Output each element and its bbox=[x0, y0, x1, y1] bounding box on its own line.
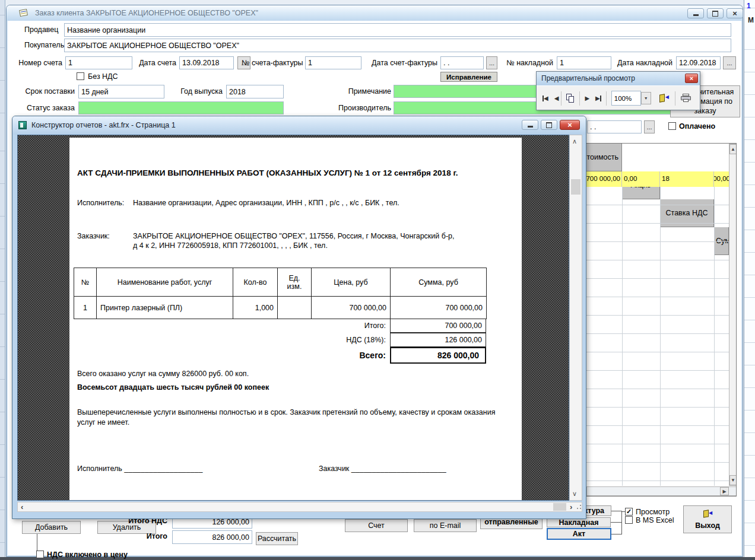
pages-button[interactable] bbox=[566, 94, 575, 103]
facture-date-label: Дата счет-фактуры bbox=[372, 59, 432, 67]
report-hscroll-thumb[interactable] bbox=[553, 503, 566, 511]
preview-titlebar[interactable]: Предварительный просмотр × bbox=[537, 72, 700, 85]
delivery-input[interactable]: 15 дней bbox=[78, 85, 164, 98]
restore-icon bbox=[546, 122, 552, 128]
calculate-button[interactable]: Рассчитать bbox=[256, 532, 298, 545]
no-vat-checkbox[interactable] bbox=[77, 72, 84, 80]
next-page-button[interactable]: ▶ bbox=[585, 95, 589, 101]
paid-date-input[interactable]: . . bbox=[587, 120, 642, 133]
grid-col-cost[interactable]: Стоимость bbox=[586, 144, 622, 171]
act-print-button[interactable]: Акт bbox=[547, 528, 611, 540]
resize-grip-icon bbox=[577, 505, 581, 509]
grid-scroll-down-button[interactable]: ▼ bbox=[729, 475, 737, 485]
vat-included-checkbox[interactable] bbox=[36, 551, 44, 558]
close-icon: × bbox=[567, 120, 572, 129]
report-window: Конструктор отчетов - akt.frx - Страница… bbox=[12, 116, 586, 519]
main-titlebar[interactable]: Заказ клиента ЗАКРЫТОЕ АКЦИОНЕРНОЕ ОБЩЕС… bbox=[7, 5, 743, 21]
invoice-date-label: Дата счета bbox=[132, 59, 176, 67]
doc-th-qty: Кол-во bbox=[233, 268, 278, 297]
paid-checkbox[interactable] bbox=[668, 122, 676, 130]
status-label: Статус заказа bbox=[18, 104, 75, 112]
grid-scroll-right-button[interactable]: ▶ bbox=[720, 487, 729, 495]
add-row-button[interactable]: Добавить bbox=[22, 521, 81, 534]
waybill-date-picker-button[interactable]: ... bbox=[723, 56, 736, 69]
invoice-no-input[interactable]: 1 bbox=[65, 56, 132, 69]
excel-checkbox-label: В MS Excel bbox=[636, 516, 674, 524]
paid-date-picker-button[interactable]: ... bbox=[644, 120, 655, 133]
facture-date-input[interactable]: . . bbox=[440, 56, 484, 69]
exit-button[interactable]: ◀ Выход bbox=[683, 505, 732, 533]
paid-label: Оплачено bbox=[679, 122, 715, 131]
no-vat-label: Без НДС bbox=[88, 72, 118, 81]
prev-page-button[interactable]: ◀ bbox=[554, 95, 559, 101]
first-page-button[interactable]: ◀ bbox=[543, 95, 548, 101]
total-field: 826 000,00 bbox=[172, 530, 252, 544]
facture-no-input[interactable]: 1 bbox=[305, 56, 361, 69]
arrow-down-icon: ▼ bbox=[731, 478, 735, 483]
waybill-no-label: № накладной bbox=[506, 59, 553, 67]
preview-checkbox[interactable]: ✓ bbox=[625, 508, 633, 516]
maximize-button[interactable] bbox=[707, 8, 724, 18]
doc-sign-executor: Исполнитель ___________________ bbox=[77, 464, 202, 473]
zoom-select[interactable]: 100% bbox=[611, 91, 641, 106]
report-scroll-left-button[interactable]: ‹ bbox=[21, 502, 23, 511]
zoom-dropdown-button[interactable]: ▼ bbox=[641, 92, 651, 104]
excel-checkbox[interactable] bbox=[625, 516, 633, 524]
doc-total-label: Итого: bbox=[267, 322, 386, 330]
facture-date-picker-button[interactable]: ... bbox=[486, 56, 497, 69]
close-preview-button[interactable]: ◀ bbox=[658, 94, 670, 103]
minimize-button[interactable] bbox=[687, 8, 704, 18]
report-window-title: Конструктор отчетов - akt.frx - Страница… bbox=[31, 121, 176, 129]
doc-th-price: Цена, руб bbox=[312, 268, 391, 297]
minimize-icon bbox=[528, 126, 533, 128]
report-close-button[interactable]: × bbox=[560, 120, 580, 130]
doc-sign-customer: Заказчик _______________________ bbox=[319, 464, 446, 473]
grid-vscrollbar[interactable]: ▲ ▼ bbox=[729, 144, 737, 486]
report-minimize-button[interactable] bbox=[522, 120, 538, 130]
report-hscrollbar[interactable]: ‹ › bbox=[17, 502, 582, 512]
correction-button[interactable]: Исправление bbox=[440, 72, 497, 82]
invoice-print-button[interactable]: Счет bbox=[345, 519, 408, 532]
doc-table: № Наименование работ, услуг Кол-во Ед. и… bbox=[74, 268, 487, 319]
doc-customer-line1: ЗАКРЫТОЕ АКЦИОНЕРНОЕ ОБЩЕСТВО "ОРЕХ", 11… bbox=[133, 232, 455, 240]
doc-customer-line2: д 4 к 2, ИНН 7726005918, КПП 772601001, … bbox=[133, 241, 328, 250]
doc-vat-label: НДС (18%): bbox=[267, 336, 386, 344]
close-icon: × bbox=[732, 9, 737, 18]
note-label: Примечание bbox=[342, 87, 391, 96]
delivery-label: Срок поставки bbox=[20, 87, 75, 96]
report-scroll-right-button[interactable]: › bbox=[570, 502, 572, 511]
items-grid: Стоимость Акциз Ставка НДС Сумма НДС 700… bbox=[586, 143, 737, 497]
last-page-button[interactable]: ▶ bbox=[595, 95, 601, 101]
invoice-date-input[interactable]: 13.09.2018 bbox=[179, 56, 234, 69]
report-scroll-up-button[interactable]: ∧ bbox=[572, 138, 577, 145]
year-input[interactable]: 2018 bbox=[226, 85, 284, 98]
buyer-input[interactable]: ЗАКРЫТОЕ АКЦИОНЕРНОЕ ОБЩЕСТВО "ОРЕХ" bbox=[64, 39, 731, 52]
waybill-date-input[interactable]: 12.09.2018 bbox=[676, 56, 721, 69]
vat-included-label: НДС включено в цену bbox=[47, 551, 128, 559]
report-scroll-down-button[interactable]: ∨ bbox=[572, 490, 577, 498]
print-button[interactable] bbox=[680, 94, 692, 103]
grid-empty-rows[interactable] bbox=[586, 187, 729, 486]
doc-total-value: 700 000,00 bbox=[390, 319, 486, 333]
report-titlebar[interactable]: Конструктор отчетов - akt.frx - Страница… bbox=[12, 116, 586, 135]
status-input[interactable] bbox=[78, 101, 284, 114]
preview-close-button[interactable]: × bbox=[685, 74, 698, 83]
doc-customer-label: Заказчик: bbox=[77, 232, 110, 240]
email-button[interactable]: по E-mail bbox=[414, 519, 477, 532]
grid-cell-vat-sum: 126 000,00 bbox=[714, 171, 729, 187]
grid-scroll-up-button[interactable]: ▲ bbox=[729, 144, 737, 154]
close-button[interactable]: × bbox=[727, 8, 743, 18]
waybill-no-input[interactable]: 1 bbox=[557, 56, 611, 69]
grid-selected-row[interactable]: 700 000,00 0,00 18 126 000,00 bbox=[586, 171, 729, 187]
doc-th-name: Наименование работ, услуг bbox=[97, 268, 233, 297]
grid-hscrollbar[interactable]: ▶ bbox=[586, 486, 737, 496]
background-right-strip: 1 М bbox=[744, 0, 755, 560]
report-vscrollbar[interactable]: ∧ ∨ bbox=[569, 135, 582, 501]
background-page-link[interactable]: 1 bbox=[747, 2, 751, 10]
report-restore-button[interactable] bbox=[541, 120, 557, 130]
preview-toolbar: ◀ ◀ ▶ ▶ 100% ▼ ◀ bbox=[537, 85, 700, 110]
preview-checkbox-label: Просмотр bbox=[636, 508, 670, 516]
seller-input[interactable]: Название организации bbox=[64, 23, 731, 37]
report-vscroll-thumb[interactable] bbox=[571, 179, 580, 195]
doc-executor-label: Исполнитель: bbox=[77, 199, 124, 207]
